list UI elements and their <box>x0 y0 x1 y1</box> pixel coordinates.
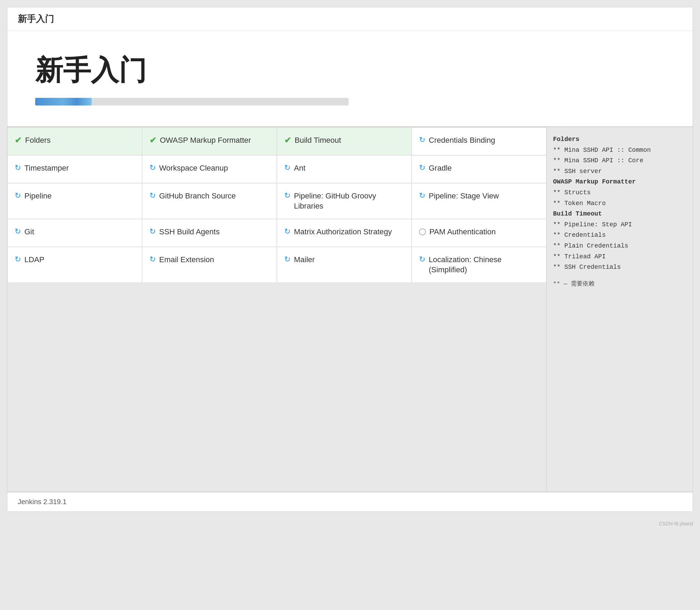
refresh-icon: ↻ <box>284 163 290 172</box>
top-bar: 新手入门 <box>7 7 693 31</box>
dep-note: ** — 需要依赖 <box>553 280 686 288</box>
top-bar-title: 新手入门 <box>18 14 54 24</box>
plugin-cell-workspace-cleanup[interactable]: ↻Workspace Cleanup <box>142 155 277 183</box>
plugin-cell-pipeline[interactable]: ↻Pipeline <box>7 183 142 219</box>
right-panel-line: ** SSH Credentials <box>553 262 686 273</box>
right-panel-line: Folders <box>553 134 686 145</box>
refresh-icon: ↻ <box>419 191 425 200</box>
plugin-cell-ldap[interactable]: ↻LDAP <box>7 247 142 283</box>
right-panel-line: ** Trilead API <box>553 251 686 262</box>
jenkins-version: Jenkins 2.319.1 <box>18 498 67 506</box>
plugin-cell-localization-chinese[interactable]: ↻Localization: Chinese (Simplified) <box>412 247 546 283</box>
plugin-cell-owasp[interactable]: ✔OWASP Markup Formatter <box>142 127 277 155</box>
pending-icon <box>419 228 426 235</box>
refresh-icon: ↻ <box>15 255 21 264</box>
refresh-icon: ↻ <box>149 255 156 264</box>
plugin-name: Matrix Authorization Strategy <box>294 227 392 237</box>
plugin-name: OWASP Markup Formatter <box>160 135 251 146</box>
plugin-name: Mailer <box>294 255 315 265</box>
plugin-cell-github-branch-source[interactable]: ↻GitHub Branch Source <box>142 183 277 219</box>
right-panel-line: ** Token Macro <box>553 198 686 209</box>
refresh-icon: ↻ <box>419 163 425 172</box>
refresh-icon: ↻ <box>419 135 425 144</box>
refresh-icon: ↻ <box>284 191 290 200</box>
plugin-name: Ant <box>294 163 305 173</box>
plugin-name: PAM Authentication <box>429 227 496 237</box>
plugin-cell-ssh-build-agents[interactable]: ↻SSH Build Agents <box>142 219 277 247</box>
plugin-cell-git[interactable]: ↻Git <box>7 219 142 247</box>
plugin-name: Build Timeout <box>295 135 341 146</box>
plugin-cell-folders[interactable]: ✔Folders <box>7 127 142 155</box>
progress-bar-fill <box>35 98 92 105</box>
right-panel: Folders** Mina SSHD API :: Common** Mina… <box>546 127 693 492</box>
plugin-cell-email-extension[interactable]: ↻Email Extension <box>142 247 277 283</box>
plugin-name: Pipeline <box>24 191 52 201</box>
refresh-icon: ↻ <box>419 255 425 264</box>
plugin-grid: ✔Folders✔OWASP Markup Formatter✔Build Ti… <box>7 127 546 283</box>
progress-bar-container <box>35 98 349 105</box>
plugin-cell-mailer[interactable]: ↻Mailer <box>277 247 412 283</box>
hero-section: 新手入门 <box>7 31 693 127</box>
plugin-name: Pipeline: GitHub Groovy Libraries <box>294 191 404 211</box>
plugin-name: Gradle <box>429 163 452 173</box>
hero-title: 新手入门 <box>35 52 665 89</box>
right-panel-line: ** SSH server <box>553 166 686 177</box>
main-content: ✔Folders✔OWASP Markup Formatter✔Build Ti… <box>7 127 693 492</box>
plugin-name: GitHub Branch Source <box>159 191 236 201</box>
plugin-cell-pam-authentication[interactable]: PAM Authentication <box>412 219 546 247</box>
plugin-name: LDAP <box>24 255 44 265</box>
refresh-icon: ↻ <box>284 227 290 236</box>
refresh-icon: ↻ <box>15 191 21 200</box>
refresh-icon: ↻ <box>149 227 156 236</box>
right-panel-line: ** Structs <box>553 187 686 198</box>
main-window: 新手入门 新手入门 ✔Folders✔OWASP Markup Formatte… <box>7 7 693 512</box>
check-icon: ✔ <box>149 135 156 145</box>
right-panel-line: ** Credentials <box>553 230 686 241</box>
plugin-name: Credentials Binding <box>429 135 495 146</box>
plugin-cell-matrix-authorization[interactable]: ↻Matrix Authorization Strategy <box>277 219 412 247</box>
plugin-name: Email Extension <box>159 255 214 265</box>
right-panel-line: Build Timeout <box>553 209 686 219</box>
refresh-icon: ↻ <box>149 163 156 172</box>
refresh-icon: ↻ <box>149 191 156 200</box>
right-panel-line: ** Plain Credentials <box>553 241 686 251</box>
plugin-name: SSH Build Agents <box>159 227 220 237</box>
plugin-name: Pipeline: Stage View <box>429 191 499 201</box>
right-panel-line: OWASP Markup Formatter <box>553 177 686 187</box>
plugin-name: Folders <box>25 135 50 146</box>
plugin-cell-pipeline-github-groovy[interactable]: ↻Pipeline: GitHub Groovy Libraries <box>277 183 412 219</box>
refresh-icon: ↻ <box>15 227 21 236</box>
refresh-icon: ↻ <box>15 163 21 172</box>
plugin-cell-ant[interactable]: ↻Ant <box>277 155 412 183</box>
plugin-cell-credentials-binding[interactable]: ↻Credentials Binding <box>412 127 546 155</box>
plugin-cell-timestamper[interactable]: ↻Timestamper <box>7 155 142 183</box>
footer-note: CSDN-9t.yband <box>0 519 700 529</box>
plugin-name: Git <box>24 227 34 237</box>
plugin-name: Localization: Chinese (Simplified) <box>429 255 539 275</box>
right-panel-line: ** Mina SSHD API :: Core <box>553 155 686 166</box>
plugin-cell-gradle[interactable]: ↻Gradle <box>412 155 546 183</box>
empty-area <box>7 283 546 492</box>
plugin-cell-build-timeout[interactable]: ✔Build Timeout <box>277 127 412 155</box>
bottom-bar: Jenkins 2.319.1 <box>7 492 693 511</box>
right-panel-line: ** Mina SSHD API :: Common <box>553 145 686 156</box>
plugin-name: Timestamper <box>24 163 69 173</box>
plugin-name: Workspace Cleanup <box>159 163 228 173</box>
check-icon: ✔ <box>15 135 22 145</box>
check-icon: ✔ <box>284 135 291 145</box>
plugin-grid-wrapper: ✔Folders✔OWASP Markup Formatter✔Build Ti… <box>7 127 546 492</box>
right-panel-content: Folders** Mina SSHD API :: Common** Mina… <box>553 134 686 273</box>
right-panel-line: ** Pipeline: Step API <box>553 219 686 230</box>
plugin-cell-pipeline-stage-view[interactable]: ↻Pipeline: Stage View <box>412 183 546 219</box>
refresh-icon: ↻ <box>284 255 290 264</box>
